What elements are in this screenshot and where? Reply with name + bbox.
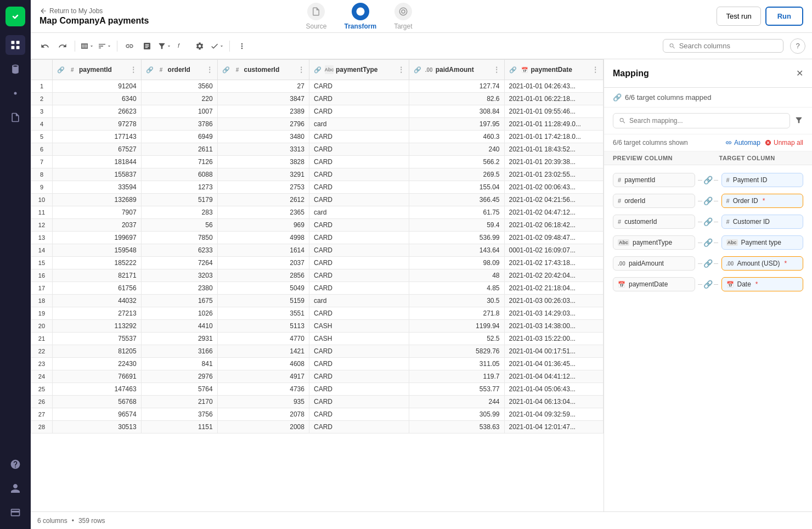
pipeline-step-source[interactable]: Source (306, 3, 326, 30)
mapping-link[interactable]: 🔗 (697, 196, 719, 205)
mapping-link[interactable]: 🔗 (697, 280, 719, 289)
settings-button[interactable] (192, 38, 207, 54)
table-cell: 2856 (217, 269, 309, 282)
test-run-button[interactable]: Test run (717, 7, 760, 26)
col-header-orderId[interactable]: 🔗 # orderId ⋮ (141, 60, 217, 80)
table-cell: 56768 (52, 396, 141, 408)
mapping-link[interactable]: 🔗 (697, 259, 719, 268)
link-dash-right (714, 263, 718, 264)
col-header-paymentType[interactable]: 🔗 Abc paymentType ⋮ (309, 60, 409, 80)
link-button[interactable] (122, 38, 137, 54)
back-link[interactable]: Return to My Jobs (40, 7, 149, 15)
col-header-paidAmount[interactable]: 🔗 .00 paidAmount ⋮ (409, 60, 504, 80)
required-star: * (763, 197, 765, 205)
col-header-paymentId[interactable]: 🔗 # paymentId ⋮ (52, 60, 141, 80)
sidebar-item-docs[interactable] (5, 108, 25, 127)
table-cell: 132689 (52, 194, 141, 206)
mapping-row: #customerId🔗#Customer ID (604, 211, 812, 232)
table-cell: 2 (31, 93, 53, 105)
table-cell: 113292 (52, 320, 141, 333)
sidebar-item-billing[interactable] (5, 503, 25, 522)
table-cell: 82171 (52, 269, 141, 282)
transform-step-icon (352, 3, 369, 20)
table-row: 228120531661421CARD5829.762021-01-04 00:… (31, 345, 604, 358)
sidebar-item-connections[interactable] (5, 83, 25, 103)
table-cell: 7126 (141, 156, 217, 168)
pipeline-step-target[interactable]: Target (394, 3, 412, 30)
pipeline-step-transform[interactable]: Transform (344, 3, 376, 30)
status-bar: 6 columns • 359 rows (31, 511, 812, 529)
redo-button[interactable] (55, 38, 70, 54)
menu-icon-paymentId[interactable]: ⋮ (130, 66, 137, 74)
table-cell: 2021-01-02 20:42:04... (504, 269, 604, 282)
table-cell: CARD (309, 383, 409, 396)
sidebar-item-data[interactable] (5, 59, 25, 79)
target-type-icon: 📅 (726, 281, 734, 288)
transform-button[interactable] (139, 38, 155, 54)
unmap-icon (765, 139, 771, 146)
help-button[interactable]: ? (790, 38, 805, 54)
link-icon-paidAmount: 🔗 (414, 66, 421, 74)
table-cell: 2021-01-01 18:43:52... (504, 143, 604, 156)
sort-button[interactable] (97, 38, 112, 54)
target-col-header: TARGET COLUMN (719, 155, 804, 161)
automap-button[interactable]: Automap (725, 139, 760, 147)
target-type-icon: # (726, 198, 730, 204)
table-cell: 21 (31, 333, 53, 345)
menu-icon-paymentType[interactable]: ⋮ (398, 66, 404, 74)
table-cell: 2380 (141, 282, 217, 295)
link-icon-orderId: 🔗 (146, 66, 154, 74)
table-cell: 2389 (217, 105, 309, 118)
menu-icon-paidAmount[interactable]: ⋮ (493, 66, 500, 74)
table-cell: CARD (309, 80, 409, 93)
table-cell: 9 (31, 181, 53, 194)
validate-button[interactable] (210, 38, 225, 54)
table-cell: CARD (309, 194, 409, 206)
action-buttons: Test run Run (717, 7, 803, 26)
mapping-row: #orderId🔗#Order ID* (604, 190, 812, 211)
menu-icon-paymentDate[interactable]: ⋮ (592, 66, 599, 74)
columns-button[interactable] (80, 38, 95, 54)
mapping-close-button[interactable]: ✕ (796, 68, 803, 78)
table-cell: 2021-01-02 06:18:42... (504, 219, 604, 232)
run-button[interactable]: Run (765, 7, 803, 26)
mapping-search-input[interactable] (629, 117, 784, 125)
table-cell: 2976 (141, 370, 217, 383)
col-header-paymentDate[interactable]: 🔗 📅 paymentDate ⋮ (504, 60, 604, 80)
menu-icon-orderId[interactable]: ⋮ (206, 66, 213, 74)
table-cell: 67527 (52, 143, 141, 156)
more-button[interactable] (234, 38, 250, 54)
table-cell: 24 (31, 370, 53, 383)
mapping-link[interactable]: 🔗 (697, 238, 719, 247)
mapping-filter-button[interactable] (794, 116, 803, 126)
sidebar-item-jobs[interactable] (5, 35, 25, 55)
table-cell: 61756 (52, 282, 141, 295)
mapping-header: Mapping ✕ (604, 59, 812, 88)
undo-button[interactable] (37, 38, 53, 54)
sidebar-item-help[interactable] (5, 454, 25, 474)
mapping-link[interactable]: 🔗 (697, 176, 719, 184)
sidebar-item-user[interactable] (5, 479, 25, 498)
table-cell: 5159 (217, 295, 309, 307)
table-cell: CARD (309, 408, 409, 421)
table-row: 1013268951792612CARD366.452021-01-02 04:… (31, 194, 604, 206)
link-icon-paymentId: 🔗 (57, 66, 65, 74)
mapping-link[interactable]: 🔗 (697, 217, 719, 226)
col-header-customerId[interactable]: 🔗 # customerId ⋮ (217, 60, 309, 80)
mapping-row: .00paidAmount🔗.00Amount (USD)* (604, 253, 812, 274)
table-cell: 30.5 (409, 295, 504, 307)
link-dash-left (698, 263, 702, 264)
table-row: 12203756969CARD59.42021-01-02 06:18:42..… (31, 219, 604, 232)
table-cell: 308.84 (409, 105, 504, 118)
table-cell: 2021-01-03 14:38:00... (504, 320, 604, 333)
table-body: 191204356027CARD127.742021-01-01 04:26:4… (31, 80, 604, 434)
table-cell: CARD (309, 181, 409, 194)
formula-button[interactable]: f (174, 38, 190, 54)
search-input[interactable] (679, 42, 777, 50)
table-row: 66752726113313CARD2402021-01-01 18:43:52… (31, 143, 604, 156)
unmap-all-button[interactable]: Unmap all (765, 139, 803, 147)
th-name-orderId: orderId (168, 66, 190, 74)
menu-icon-customerId[interactable]: ⋮ (298, 66, 304, 74)
filter-button[interactable] (157, 38, 172, 54)
table-cell: 2021-01-04 00:17:51... (504, 345, 604, 358)
